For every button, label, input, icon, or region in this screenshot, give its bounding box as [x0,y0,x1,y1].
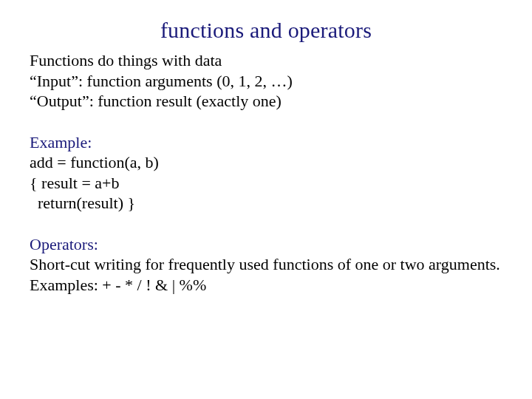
example-line-2: { result = a+b [30,173,502,194]
intro-block: Functions do things with data “Input”: f… [30,50,502,112]
intro-line-1: Functions do things with data [30,50,502,71]
example-line-3: return(result) } [30,193,502,214]
intro-line-3: “Output”: function result (exactly one) [30,91,502,112]
operators-heading: Operators: [30,234,502,255]
example-heading: Example: [30,132,502,153]
slide-title: functions and operators [30,18,502,43]
example-block: Example: add = function(a, b) { result =… [30,132,502,214]
operators-line-1: Short-cut writing for frequently used fu… [30,254,502,275]
intro-line-2: “Input”: function arguments (0, 1, 2, …) [30,71,502,92]
operators-line-2: Examples: + - * / ! & | %% [30,275,502,296]
operators-block: Operators: Short-cut writing for frequen… [30,234,502,296]
example-line-1: add = function(a, b) [30,152,502,173]
slide: functions and operators Functions do thi… [0,0,532,399]
